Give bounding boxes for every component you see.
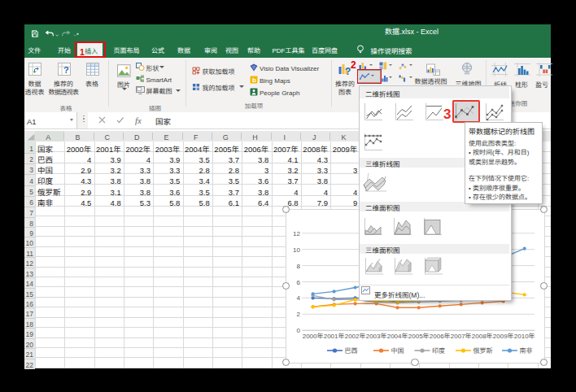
svg-text:2003年: 2003年 <box>365 330 386 339</box>
svg-text:2006年: 2006年 <box>429 330 450 339</box>
svg-text:俄罗斯: 俄罗斯 <box>473 346 492 355</box>
svg-text:2004年: 2004年 <box>386 330 408 339</box>
svg-text:2001年: 2001年 <box>323 330 344 339</box>
svg-text:南非: 南非 <box>519 346 532 355</box>
svg-text:2007年: 2007年 <box>450 330 471 339</box>
svg-text:2002年: 2002年 <box>344 330 365 339</box>
svg-text:印度: 印度 <box>432 346 445 355</box>
svg-text:2010年: 2010年 <box>513 330 535 339</box>
svg-text:12: 12 <box>293 229 300 237</box>
svg-text:b: b <box>252 76 256 84</box>
svg-text:10: 10 <box>293 246 300 253</box>
svg-text:中国: 中国 <box>391 346 404 355</box>
svg-text:?: ? <box>345 66 351 77</box>
svg-text:2005年: 2005年 <box>408 330 429 339</box>
svg-text:2: 2 <box>296 311 300 318</box>
svg-text:0: 0 <box>296 327 300 334</box>
svg-text:fx: fx <box>135 115 142 125</box>
svg-text:?: ? <box>63 65 69 75</box>
svg-text:4: 4 <box>296 294 300 302</box>
svg-text:巴西: 巴西 <box>344 346 357 355</box>
svg-text:8: 8 <box>296 262 300 269</box>
svg-text:2008年: 2008年 <box>471 330 492 339</box>
svg-text:6: 6 <box>296 278 300 285</box>
svg-text:2009年: 2009年 <box>492 330 513 339</box>
svg-text:2000年: 2000年 <box>302 330 323 339</box>
